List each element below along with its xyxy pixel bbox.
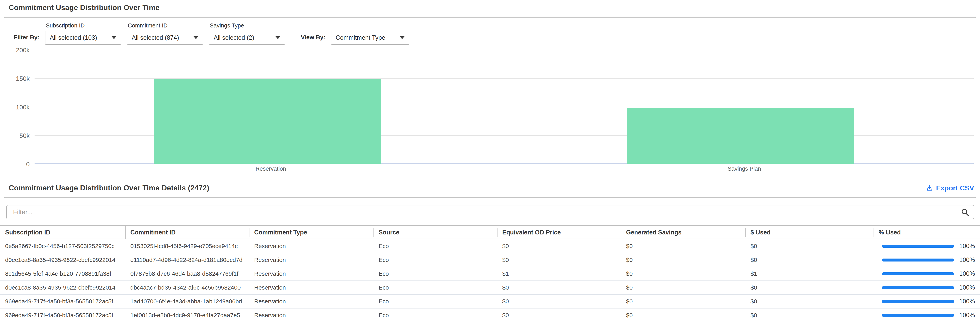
chevron-down-icon	[400, 36, 404, 39]
progress-bar-fill	[882, 286, 954, 289]
filter-bar: Filter By: Subscription ID All selected …	[14, 22, 980, 45]
table-body: 0e5a2667-fb0c-4456-b127-503f2529750c 015…	[0, 239, 980, 322]
subscription-id-filter-group: Subscription ID All selected (103)	[45, 22, 121, 45]
cell-percent-used: 100%	[873, 253, 980, 267]
savings-type-filter-group: Savings Type All selected (2)	[209, 22, 285, 45]
table-row: 969eda49-717f-4a50-bf3a-56558172ac5f 1ad…	[0, 295, 980, 309]
progress-bar	[882, 300, 954, 303]
commitment-usage-bar-chart: 200k 150k 100k 50k 0 Reservation Savings…	[8, 45, 974, 176]
export-csv-button[interactable]: Export CSV	[926, 184, 974, 192]
column-header-source: Source	[374, 226, 497, 239]
savings-type-dropdown-value: All selected (2)	[214, 34, 273, 41]
table-header-row: Subscription ID Commitment ID Commitment…	[0, 225, 980, 239]
gridline	[35, 50, 974, 50]
cell-source: Eco	[374, 281, 497, 294]
table-row: d0ec1ca8-8a35-4935-9622-cbefc9922014 e11…	[0, 253, 980, 267]
progress-bar	[882, 272, 954, 275]
percent-used-label: 100%	[959, 270, 975, 277]
cell-source: Eco	[374, 253, 497, 267]
cell-percent-used: 100%	[873, 239, 980, 253]
progress-bar	[882, 245, 954, 248]
table-row: d0ec1ca8-8a35-4935-9622-cbefc9922014 dbc…	[0, 281, 980, 295]
cell-od-price: $0	[497, 253, 621, 267]
download-icon	[926, 185, 933, 191]
commitment-id-dropdown[interactable]: All selected (874)	[127, 30, 203, 45]
cell-commitment-type: Reservation	[249, 239, 374, 253]
cell-source: Eco	[374, 267, 497, 280]
savings-type-dropdown[interactable]: All selected (2)	[209, 30, 285, 45]
column-header-commitment-type: Commitment Type	[249, 226, 374, 239]
commitment-id-filter-group: Commitment ID All selected (874)	[127, 22, 203, 45]
table-row: 8c1d5645-5fef-4a4c-b120-7708891fa38f 0f7…	[0, 267, 980, 281]
percent-used-label: 100%	[959, 257, 975, 263]
cell-source: Eco	[374, 309, 497, 322]
subscription-id-dropdown-value: All selected (103)	[50, 34, 109, 41]
progress-bar	[882, 258, 954, 261]
cell-subscription-id: 0e5a2667-fb0c-4456-b127-503f2529750c	[0, 239, 125, 253]
percent-used-label: 100%	[959, 298, 975, 305]
column-header-percent-used: % Used	[873, 226, 980, 239]
cell-commitment-id: 1ad40700-6f4e-4a3d-abba-1ab1249a86bd	[125, 295, 249, 308]
chevron-down-icon	[275, 36, 280, 39]
y-axis-tick: 50k	[8, 132, 30, 139]
progress-bar	[882, 286, 954, 289]
y-axis-tick: 100k	[8, 104, 30, 111]
cell-commitment-id: dbc4aac7-bd35-4342-af6c-4c56b9582400	[125, 281, 249, 294]
cell-commitment-id: 1ef0013d-e8b8-4dc9-9178-e4fa27daa7e5	[125, 309, 249, 322]
cell-commitment-type: Reservation	[249, 309, 374, 322]
search-icon[interactable]	[961, 208, 969, 217]
export-csv-label: Export CSV	[936, 184, 974, 192]
title-divider	[4, 17, 976, 18]
cell-subscription-id: d0ec1ca8-8a35-4935-9622-cbefc9922014	[0, 281, 125, 294]
view-by-label: View By:	[301, 34, 326, 41]
progress-bar-fill	[882, 300, 954, 303]
x-axis-label-reservation: Reservation	[154, 166, 388, 172]
progress-bar-fill	[882, 245, 954, 248]
cell-od-price: $0	[497, 239, 621, 253]
progress-bar-fill	[882, 314, 954, 317]
table-row: 969eda49-717f-4a50-bf3a-56558172ac5f 1ef…	[0, 309, 980, 322]
cell-source: Eco	[374, 239, 497, 253]
progress-bar-fill	[882, 258, 954, 261]
cell-od-price: $0	[497, 309, 621, 322]
bar-reservation	[154, 79, 381, 164]
details-title: Commitment Usage Distribution Over Time …	[9, 184, 209, 192]
details-divider	[4, 197, 976, 198]
progress-bar-fill	[882, 272, 954, 275]
cell-commitment-type: Reservation	[249, 281, 374, 294]
table-row: 0e5a2667-fb0c-4456-b127-503f2529750c 015…	[0, 239, 980, 253]
cell-dollar-used: $0	[745, 239, 873, 253]
percent-used-label: 100%	[959, 242, 975, 250]
cell-percent-used: 100%	[873, 295, 980, 308]
cell-generated-savings: $0	[621, 309, 745, 322]
column-header-dollar-used: $ Used	[745, 226, 873, 239]
cell-percent-used: 100%	[873, 281, 980, 294]
cell-commitment-type: Reservation	[249, 253, 374, 267]
progress-bar	[882, 314, 954, 317]
y-axis-tick: 200k	[8, 46, 30, 54]
x-axis-label-savings-plan: Savings Plan	[627, 166, 861, 172]
column-header-subscription-id: Subscription ID	[0, 226, 125, 239]
cell-generated-savings: $0	[621, 267, 745, 280]
cell-generated-savings: $0	[621, 239, 745, 253]
commitment-id-filter-label: Commitment ID	[128, 22, 203, 29]
view-by-dropdown-value: Commitment Type	[336, 34, 398, 41]
cell-commitment-id: 0f7875b8-d7c6-46d4-baa8-d58247769f1f	[125, 267, 249, 280]
y-axis-tick: 0	[8, 161, 30, 168]
filter-by-label: Filter By:	[14, 34, 40, 41]
percent-used-label: 100%	[959, 312, 975, 319]
cell-percent-used: 100%	[873, 309, 980, 322]
subscription-id-filter-label: Subscription ID	[46, 22, 121, 29]
details-table: Subscription ID Commitment ID Commitment…	[0, 225, 980, 322]
cell-generated-savings: $0	[621, 253, 745, 267]
view-by-dropdown[interactable]: Commitment Type	[331, 30, 409, 45]
cell-od-price: $0	[497, 295, 621, 308]
subscription-id-dropdown[interactable]: All selected (103)	[45, 30, 121, 45]
cell-source: Eco	[374, 295, 497, 308]
table-filter-input[interactable]	[6, 205, 974, 219]
page-title: Commitment Usage Distribution Over Time	[9, 3, 971, 12]
cell-commitment-type: Reservation	[249, 295, 374, 308]
bar-savings-plan	[627, 108, 854, 164]
cell-percent-used: 100%	[873, 267, 980, 280]
cell-commitment-id: 0153025f-fcd8-45f6-9429-e705ece9414c	[125, 239, 249, 253]
